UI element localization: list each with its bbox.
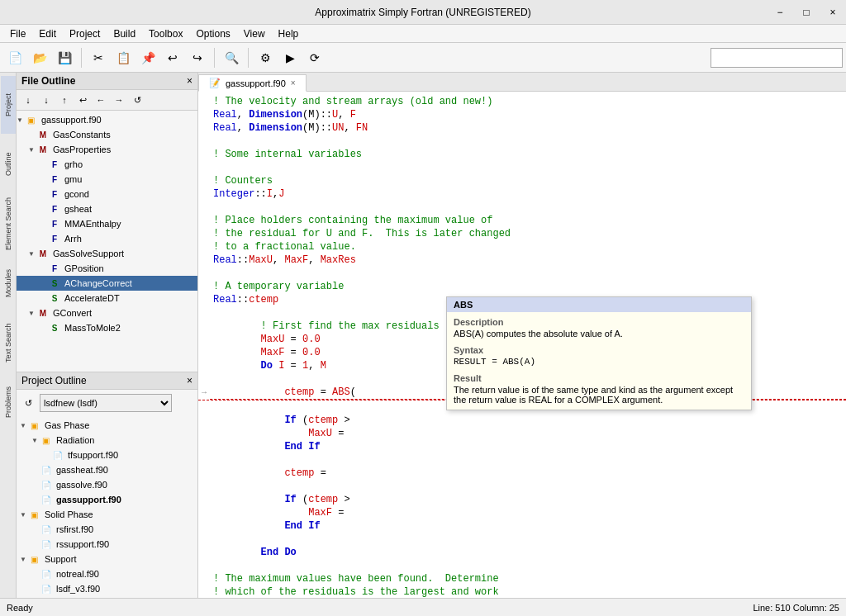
- line-arrow: [198, 359, 210, 372]
- fo-btn-down2[interactable]: ↓: [38, 92, 55, 108]
- line-arrow: [198, 280, 210, 293]
- fo-btn-left[interactable]: ←: [93, 92, 109, 108]
- file-tree-item[interactable]: Fgrho: [17, 157, 197, 172]
- redo-button[interactable]: ↪: [186, 46, 209, 69]
- code-line: End If: [198, 519, 846, 533]
- build-button[interactable]: ⚙: [254, 46, 277, 69]
- sidebar-tab-modules[interactable]: Modules: [1, 254, 16, 312]
- sidebar-tab-element-search[interactable]: Element Search: [1, 195, 16, 253]
- fo-btn-return[interactable]: ↩: [74, 92, 91, 108]
- code-line: Real, Dimension(M)::UN, FN: [198, 121, 846, 135]
- folder-icon: ▣: [25, 113, 38, 126]
- copy-button[interactable]: 📋: [112, 46, 135, 69]
- project-tree-item[interactable]: 📄notreal.f90: [17, 566, 197, 581]
- editor-tab-gassupport[interactable]: 📝 gassupport.f90 ×: [198, 74, 307, 92]
- project-tree-item[interactable]: 📄gassupport.f90: [17, 492, 197, 507]
- run-button[interactable]: ▶: [278, 46, 302, 69]
- sidebar-tab-project[interactable]: Project: [1, 76, 16, 134]
- open-button[interactable]: 📂: [28, 46, 51, 69]
- file-tree-item[interactable]: Fgsheat: [17, 201, 197, 216]
- line-content: ! which of the residuals is the largest …: [210, 585, 846, 598]
- line-arrow: [198, 95, 210, 108]
- file-tree-item[interactable]: Fgcond: [17, 187, 197, 201]
- code-editor[interactable]: ! The velocity and stream arrays (old an…: [198, 92, 846, 598]
- menu-bar: File Edit Project Build Toolbox Options …: [0, 25, 846, 43]
- menu-help[interactable]: Help: [272, 26, 306, 41]
- file-tree-item[interactable]: FArrh: [17, 231, 197, 246]
- tab-close-button[interactable]: ×: [291, 78, 296, 88]
- file-tree-item[interactable]: ▼MGasProperties: [17, 142, 197, 157]
- file-tree-item[interactable]: MGasConstants: [17, 127, 197, 142]
- project-tree-item[interactable]: 📄gassolve.f90: [17, 477, 197, 492]
- sidebar-tab-text-search[interactable]: Text Search: [1, 314, 16, 372]
- subroutine-icon: S: [48, 277, 61, 290]
- line-arrow: [198, 201, 210, 214]
- project-tree-item[interactable]: 📄transient.f90: [17, 596, 197, 598]
- project-outline-close[interactable]: ×: [187, 375, 192, 386]
- fo-btn-right[interactable]: →: [111, 92, 127, 108]
- menu-options[interactable]: Options: [189, 26, 236, 41]
- file-tree-item[interactable]: Fgmu: [17, 172, 197, 187]
- tree-item-label: MassToMole2: [64, 323, 121, 333]
- po-item-label: lsdf_v3.f90: [56, 584, 100, 594]
- file-tree-item[interactable]: FGPosition: [17, 261, 197, 276]
- tree-item-label: gmu: [64, 174, 82, 184]
- line-arrow: [198, 440, 210, 453]
- minimize-button[interactable]: −: [767, 0, 793, 25]
- line-content: End Do: [210, 546, 846, 559]
- menu-project[interactable]: Project: [63, 26, 107, 41]
- search-button[interactable]: 🔍: [220, 46, 243, 69]
- new-button[interactable]: 📄: [3, 46, 26, 69]
- fo-btn-refresh[interactable]: ↺: [129, 92, 145, 108]
- po-item-label: gassupport.f90: [56, 495, 121, 505]
- file-outline-close[interactable]: ×: [187, 75, 192, 87]
- menu-file[interactable]: File: [3, 26, 32, 41]
- search-input[interactable]: [711, 48, 843, 68]
- line-content: ! The velocity and stream arrays (old an…: [210, 95, 846, 108]
- line-content: [210, 267, 846, 280]
- project-tree-item[interactable]: 📄rsfirst.f90: [17, 522, 197, 537]
- line-arrow: [198, 121, 210, 135]
- project-dropdown[interactable]: lsdfnew (lsdf): [40, 394, 172, 412]
- file-tree-item[interactable]: ▼▣gassupport.f90: [17, 112, 197, 127]
- paste-button[interactable]: 📌: [136, 46, 159, 69]
- project-tree-item[interactable]: 📄tfsupport.f90: [17, 448, 197, 462]
- tree-item-label: GConvert: [53, 308, 92, 318]
- undo-button[interactable]: ↩: [161, 46, 184, 69]
- tree-item-label: GasProperties: [53, 145, 111, 154]
- line-content: [210, 201, 846, 214]
- file-tree-item[interactable]: SAChangeCorrect: [17, 276, 197, 291]
- status-left: Ready: [7, 603, 33, 613]
- po-btn-refresh[interactable]: ↺: [20, 395, 36, 411]
- fo-btn-up[interactable]: ↑: [56, 92, 73, 108]
- project-tree-item[interactable]: 📄lsdf_v3.f90: [17, 581, 197, 596]
- project-tree-item[interactable]: ▼▣Radiation: [17, 433, 197, 448]
- code-line: [198, 135, 846, 148]
- po-item-label: Gas Phase: [45, 420, 89, 430]
- function-icon: F: [48, 187, 61, 201]
- project-tree-item[interactable]: ▼▣Solid Phase: [17, 507, 197, 522]
- file-tree-item[interactable]: SMassToMole2: [17, 320, 197, 335]
- file-tree-item[interactable]: ▼MGasSolveSupport: [17, 246, 197, 261]
- menu-edit[interactable]: Edit: [32, 26, 63, 41]
- sidebar-tab-outline[interactable]: Outline: [1, 135, 16, 193]
- menu-build[interactable]: Build: [107, 26, 142, 41]
- fo-btn-down1[interactable]: ↓: [20, 92, 36, 108]
- cut-button[interactable]: ✂: [87, 46, 110, 69]
- project-outline-panel: Project Outline × ↺ lsdfnew (lsdf) ▼▣Gas…: [17, 372, 197, 598]
- maximize-button[interactable]: □: [793, 0, 820, 25]
- save-button[interactable]: 💾: [53, 46, 76, 69]
- menu-view[interactable]: View: [237, 26, 272, 41]
- close-button[interactable]: ×: [820, 0, 846, 25]
- file-tree-item[interactable]: FMMAEnthalpy: [17, 216, 197, 231]
- project-tree-item[interactable]: ▼▣Gas Phase: [17, 418, 197, 433]
- folder-icon: ▣: [28, 419, 41, 432]
- project-tree-item[interactable]: ▼▣Support: [17, 552, 197, 566]
- project-tree-item[interactable]: 📄rssupport.f90: [17, 537, 197, 552]
- refresh-button[interactable]: ⟳: [303, 46, 326, 69]
- menu-toolbox[interactable]: Toolbox: [142, 26, 189, 41]
- file-tree-item[interactable]: ▼MGConvert: [17, 306, 197, 320]
- project-tree-item[interactable]: 📄gassheat.f90: [17, 462, 197, 477]
- sidebar-tab-problems[interactable]: Problems: [1, 373, 16, 431]
- file-tree-item[interactable]: SAccelerateDT: [17, 291, 197, 306]
